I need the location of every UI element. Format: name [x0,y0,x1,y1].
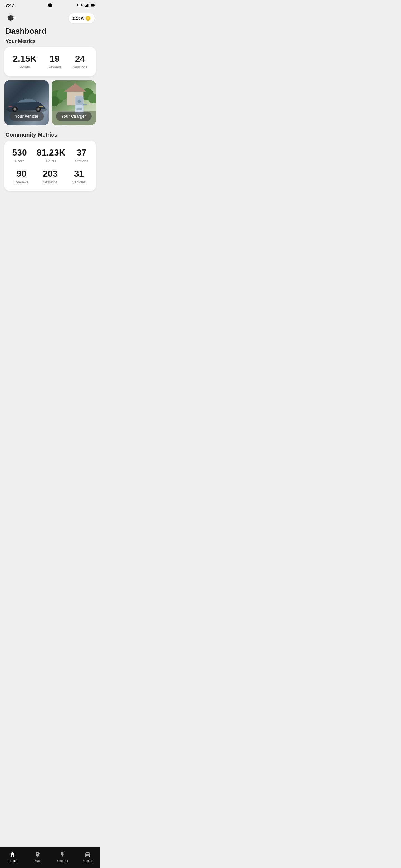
signal-text: LTE [77,3,84,7]
svg-rect-0 [85,6,86,7]
page-title: Dashboard [0,25,100,37]
community-sessions-metric: 203 Sessions [43,168,58,184]
community-vehicles-value: 31 [74,168,84,179]
your-metrics-title: Your Metrics [0,37,100,47]
community-users-label: Users [15,159,24,163]
svg-rect-2 [87,4,88,7]
camera-notch [48,3,52,7]
reviews-label: Reviews [48,65,61,69]
svg-rect-6 [91,4,94,6]
community-users-value: 530 [12,148,27,158]
status-right: LTE [77,3,95,7]
community-reviews-value: 90 [17,168,26,179]
your-vehicle-card[interactable]: Your Vehicle [4,81,49,125]
svg-point-10 [14,108,16,110]
svg-marker-22 [64,83,86,92]
car-silhouette [5,97,48,114]
svg-rect-14 [39,106,43,107]
sessions-value: 24 [75,54,85,64]
community-stations-value: 37 [77,148,87,158]
points-metric: 2.15K Points [13,54,36,69]
signal-bars-icon [85,4,89,7]
charger-card-label: Your Charger [61,114,86,119]
sessions-label: Sessions [73,65,87,69]
battery-icon [91,4,95,7]
community-sessions-value: 203 [43,168,58,179]
community-users-metric: 530 Users [12,148,27,163]
svg-rect-1 [86,5,87,7]
community-sessions-label: Sessions [43,180,58,184]
community-points-metric: 81.23K Points [37,148,65,163]
community-vehicles-label: Vehicles [72,180,85,184]
sessions-metric: 24 Sessions [73,54,87,69]
points-badge[interactable]: 2.15K 🪙 [68,13,95,23]
points-label: Points [20,65,30,69]
community-row-1: 530 Users 81.23K Points 37 Stations [7,148,93,163]
svg-rect-27 [76,108,82,111]
community-reviews-metric: 90 Reviews [15,168,28,184]
vehicle-card-overlay: Your Vehicle [9,112,44,121]
reviews-metric: 19 Reviews [48,54,61,69]
settings-button[interactable] [6,13,16,23]
community-stations-metric: 37 Stations [75,148,88,163]
vehicle-card-label: Your Vehicle [15,114,38,119]
charger-card-overlay: Your Charger [56,112,91,121]
your-charger-card[interactable]: Your Charger [52,81,96,125]
svg-point-13 [37,108,39,110]
svg-rect-15 [9,106,12,107]
svg-rect-5 [94,4,95,6]
svg-rect-3 [88,4,89,7]
community-metrics-card: 530 Users 81.23K Points 37 Stations 90 R… [4,141,96,191]
community-metrics-title: Community Metrics [0,130,100,141]
status-time: 7:47 [6,3,14,7]
points-badge-value: 2.15K [73,16,84,21]
reviews-value: 19 [50,54,60,64]
community-stations-label: Stations [75,159,88,163]
header: 2.15K 🪙 [0,10,100,25]
content-area: Dashboard Your Metrics 2.15K Points 19 R… [0,25,100,221]
svg-rect-28 [83,104,87,105]
community-points-label: Points [46,159,56,163]
community-reviews-label: Reviews [15,180,28,184]
your-metrics-card: 2.15K Points 19 Reviews 24 Sessions [4,47,96,76]
image-cards-row: Your Vehicle [0,81,100,130]
svg-point-26 [78,100,81,103]
community-vehicles-metric: 31 Vehicles [72,168,85,184]
community-points-value: 81.23K [37,148,65,158]
wallet-icon: 🪙 [85,16,91,21]
points-value: 2.15K [13,54,36,64]
community-row-2: 90 Reviews 203 Sessions 31 Vehicles [7,168,93,184]
